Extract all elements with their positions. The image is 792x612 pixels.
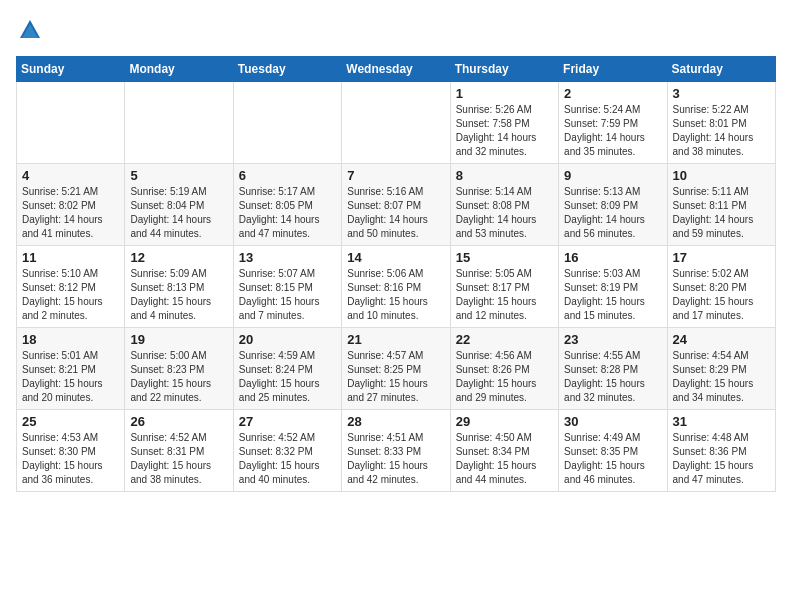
calendar-cell: 10Sunrise: 5:11 AM Sunset: 8:11 PM Dayli… [667,164,775,246]
day-info: Sunrise: 5:03 AM Sunset: 8:19 PM Dayligh… [564,267,661,323]
calendar-cell: 4Sunrise: 5:21 AM Sunset: 8:02 PM Daylig… [17,164,125,246]
day-info: Sunrise: 4:57 AM Sunset: 8:25 PM Dayligh… [347,349,444,405]
day-number: 3 [673,86,770,101]
calendar-cell: 3Sunrise: 5:22 AM Sunset: 8:01 PM Daylig… [667,82,775,164]
day-info: Sunrise: 5:21 AM Sunset: 8:02 PM Dayligh… [22,185,119,241]
weekday-header-sunday: Sunday [17,57,125,82]
day-info: Sunrise: 5:17 AM Sunset: 8:05 PM Dayligh… [239,185,336,241]
calendar-cell: 6Sunrise: 5:17 AM Sunset: 8:05 PM Daylig… [233,164,341,246]
calendar-cell [342,82,450,164]
calendar-header-row: SundayMondayTuesdayWednesdayThursdayFrid… [17,57,776,82]
day-number: 23 [564,332,661,347]
day-number: 13 [239,250,336,265]
day-number: 16 [564,250,661,265]
day-number: 21 [347,332,444,347]
day-info: Sunrise: 4:59 AM Sunset: 8:24 PM Dayligh… [239,349,336,405]
day-number: 29 [456,414,553,429]
calendar-cell: 30Sunrise: 4:49 AM Sunset: 8:35 PM Dayli… [559,410,667,492]
day-number: 6 [239,168,336,183]
calendar-cell: 28Sunrise: 4:51 AM Sunset: 8:33 PM Dayli… [342,410,450,492]
day-number: 15 [456,250,553,265]
day-number: 18 [22,332,119,347]
weekday-header-wednesday: Wednesday [342,57,450,82]
calendar-cell: 16Sunrise: 5:03 AM Sunset: 8:19 PM Dayli… [559,246,667,328]
day-info: Sunrise: 4:53 AM Sunset: 8:30 PM Dayligh… [22,431,119,487]
calendar-cell: 9Sunrise: 5:13 AM Sunset: 8:09 PM Daylig… [559,164,667,246]
calendar-week-row: 4Sunrise: 5:21 AM Sunset: 8:02 PM Daylig… [17,164,776,246]
page-header [16,16,776,44]
weekday-header-saturday: Saturday [667,57,775,82]
calendar-cell: 31Sunrise: 4:48 AM Sunset: 8:36 PM Dayli… [667,410,775,492]
calendar-cell: 27Sunrise: 4:52 AM Sunset: 8:32 PM Dayli… [233,410,341,492]
calendar-cell: 24Sunrise: 4:54 AM Sunset: 8:29 PM Dayli… [667,328,775,410]
logo-icon [16,16,44,44]
day-number: 4 [22,168,119,183]
day-number: 22 [456,332,553,347]
calendar-week-row: 1Sunrise: 5:26 AM Sunset: 7:58 PM Daylig… [17,82,776,164]
day-info: Sunrise: 4:51 AM Sunset: 8:33 PM Dayligh… [347,431,444,487]
calendar-week-row: 18Sunrise: 5:01 AM Sunset: 8:21 PM Dayli… [17,328,776,410]
day-number: 19 [130,332,227,347]
day-info: Sunrise: 5:02 AM Sunset: 8:20 PM Dayligh… [673,267,770,323]
calendar-cell: 15Sunrise: 5:05 AM Sunset: 8:17 PM Dayli… [450,246,558,328]
day-info: Sunrise: 5:19 AM Sunset: 8:04 PM Dayligh… [130,185,227,241]
calendar-cell: 14Sunrise: 5:06 AM Sunset: 8:16 PM Dayli… [342,246,450,328]
calendar-cell [17,82,125,164]
day-number: 31 [673,414,770,429]
calendar-cell: 18Sunrise: 5:01 AM Sunset: 8:21 PM Dayli… [17,328,125,410]
day-info: Sunrise: 5:00 AM Sunset: 8:23 PM Dayligh… [130,349,227,405]
day-number: 10 [673,168,770,183]
day-info: Sunrise: 5:22 AM Sunset: 8:01 PM Dayligh… [673,103,770,159]
day-info: Sunrise: 4:55 AM Sunset: 8:28 PM Dayligh… [564,349,661,405]
day-info: Sunrise: 5:24 AM Sunset: 7:59 PM Dayligh… [564,103,661,159]
calendar-cell: 5Sunrise: 5:19 AM Sunset: 8:04 PM Daylig… [125,164,233,246]
calendar-cell: 2Sunrise: 5:24 AM Sunset: 7:59 PM Daylig… [559,82,667,164]
weekday-header-thursday: Thursday [450,57,558,82]
day-info: Sunrise: 5:10 AM Sunset: 8:12 PM Dayligh… [22,267,119,323]
day-info: Sunrise: 4:52 AM Sunset: 8:32 PM Dayligh… [239,431,336,487]
day-number: 5 [130,168,227,183]
day-number: 28 [347,414,444,429]
calendar-cell: 1Sunrise: 5:26 AM Sunset: 7:58 PM Daylig… [450,82,558,164]
day-info: Sunrise: 4:56 AM Sunset: 8:26 PM Dayligh… [456,349,553,405]
day-info: Sunrise: 5:09 AM Sunset: 8:13 PM Dayligh… [130,267,227,323]
calendar-cell: 7Sunrise: 5:16 AM Sunset: 8:07 PM Daylig… [342,164,450,246]
day-number: 24 [673,332,770,347]
calendar-cell: 26Sunrise: 4:52 AM Sunset: 8:31 PM Dayli… [125,410,233,492]
day-number: 17 [673,250,770,265]
day-number: 12 [130,250,227,265]
weekday-header-friday: Friday [559,57,667,82]
day-info: Sunrise: 5:13 AM Sunset: 8:09 PM Dayligh… [564,185,661,241]
calendar-table: SundayMondayTuesdayWednesdayThursdayFrid… [16,56,776,492]
weekday-header-monday: Monday [125,57,233,82]
day-number: 7 [347,168,444,183]
calendar-cell: 22Sunrise: 4:56 AM Sunset: 8:26 PM Dayli… [450,328,558,410]
day-number: 20 [239,332,336,347]
calendar-cell: 29Sunrise: 4:50 AM Sunset: 8:34 PM Dayli… [450,410,558,492]
day-info: Sunrise: 4:52 AM Sunset: 8:31 PM Dayligh… [130,431,227,487]
day-number: 27 [239,414,336,429]
calendar-cell: 17Sunrise: 5:02 AM Sunset: 8:20 PM Dayli… [667,246,775,328]
day-info: Sunrise: 4:49 AM Sunset: 8:35 PM Dayligh… [564,431,661,487]
calendar-cell: 12Sunrise: 5:09 AM Sunset: 8:13 PM Dayli… [125,246,233,328]
day-info: Sunrise: 4:50 AM Sunset: 8:34 PM Dayligh… [456,431,553,487]
day-info: Sunrise: 5:14 AM Sunset: 8:08 PM Dayligh… [456,185,553,241]
day-number: 14 [347,250,444,265]
day-info: Sunrise: 5:01 AM Sunset: 8:21 PM Dayligh… [22,349,119,405]
calendar-cell: 21Sunrise: 4:57 AM Sunset: 8:25 PM Dayli… [342,328,450,410]
day-number: 1 [456,86,553,101]
day-info: Sunrise: 5:11 AM Sunset: 8:11 PM Dayligh… [673,185,770,241]
day-number: 8 [456,168,553,183]
calendar-week-row: 11Sunrise: 5:10 AM Sunset: 8:12 PM Dayli… [17,246,776,328]
day-number: 30 [564,414,661,429]
day-number: 2 [564,86,661,101]
weekday-header-tuesday: Tuesday [233,57,341,82]
logo [16,16,48,44]
day-info: Sunrise: 4:54 AM Sunset: 8:29 PM Dayligh… [673,349,770,405]
calendar-cell: 25Sunrise: 4:53 AM Sunset: 8:30 PM Dayli… [17,410,125,492]
day-number: 25 [22,414,119,429]
day-number: 9 [564,168,661,183]
day-info: Sunrise: 5:07 AM Sunset: 8:15 PM Dayligh… [239,267,336,323]
day-info: Sunrise: 5:16 AM Sunset: 8:07 PM Dayligh… [347,185,444,241]
calendar-cell [233,82,341,164]
